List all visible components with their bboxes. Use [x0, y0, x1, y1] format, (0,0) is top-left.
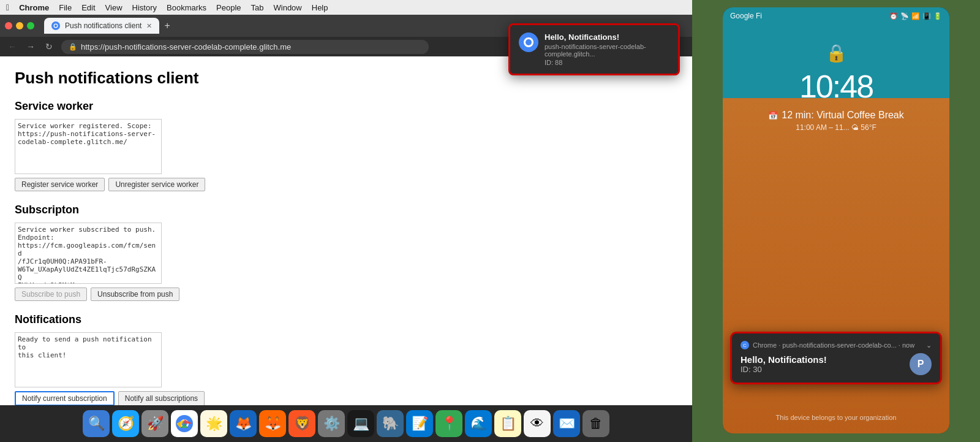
menu-window[interactable]: Window — [274, 3, 302, 12]
menu-bookmarks[interactable]: Bookmarks — [167, 3, 206, 12]
menu-tab[interactable]: Tab — [251, 3, 264, 12]
dock-terminal[interactable]: 💻 — [347, 410, 374, 437]
android-notif-title: Hello, Notifications! — [741, 354, 827, 365]
service-worker-buttons: Register service worker Unregister servi… — [15, 178, 677, 191]
notify-all-button[interactable]: Notify all subscriptions — [118, 391, 205, 405]
lock-icon-android: 🔒 — [826, 43, 847, 63]
dock-trash[interactable]: 🗑 — [582, 410, 609, 437]
maximize-button[interactable] — [27, 22, 34, 29]
dock-edge[interactable]: 🌊 — [465, 410, 492, 437]
close-button[interactable] — [5, 22, 12, 29]
minimize-button[interactable] — [16, 22, 23, 29]
android-org-text: This device belongs to your organization — [776, 414, 897, 421]
android-notif-body: Hello, Notifications! ID: 30 P — [741, 353, 932, 375]
service-worker-log[interactable] — [15, 119, 162, 174]
apple-menu[interactable]:  — [6, 2, 9, 12]
android-event-detail: 11:00 AM – 11... 🌤 56°F — [796, 123, 876, 132]
dock-canary[interactable]: 🌟 — [200, 410, 227, 437]
android-notif-text: Hello, Notifications! ID: 30 — [741, 354, 827, 374]
dock-notes[interactable]: 📋 — [494, 410, 521, 437]
notify-current-button[interactable]: Notify current subscription — [15, 391, 115, 405]
android-event-text: 12 min: Virtual Coffee Break — [782, 110, 904, 121]
subscribe-push-button[interactable]: Subscribe to push — [15, 288, 87, 301]
chrome-notif-content: Hello, Notifications! push-notifications… — [545, 32, 669, 66]
chrome-notif-id: ID: 88 — [545, 59, 669, 66]
url-text: https://push-notifications-server-codela… — [81, 42, 291, 51]
dock-finder[interactable]: 🔍 — [83, 410, 110, 437]
menu-history[interactable]: History — [132, 3, 157, 12]
signal-icon: 📳 — [922, 12, 931, 20]
android-time: 10:48 — [799, 68, 873, 105]
service-worker-section: Service worker Register service worker U… — [15, 100, 677, 191]
android-notif-header: C Chrome · push-notifications-server-cod… — [741, 341, 932, 349]
android-notification[interactable]: C Chrome · push-notifications-server-cod… — [730, 332, 942, 384]
mac-dock: 🔍 🧭 🚀 🌟 🦊 🦊 🦁 ⚙️ 💻 🐘 📝 📍 🌊 📋 👁 ✉️ 🗑 — [0, 405, 692, 442]
back-button[interactable]: ← — [6, 42, 18, 51]
dock-chrome[interactable] — [171, 410, 198, 437]
notifications-title: Notifications — [15, 313, 677, 326]
notifications-log[interactable] — [15, 332, 162, 387]
android-event: 📅 12 min: Virtual Coffee Break — [768, 110, 904, 121]
unsubscribe-push-button[interactable]: Unsubscribe from push — [91, 288, 179, 301]
menu-file[interactable]: File — [59, 3, 72, 12]
menu-chrome[interactable]: Chrome — [19, 3, 49, 12]
tab-bar: Push notifications client ✕ + — [44, 18, 175, 34]
browser-window:  Chrome File Edit View History Bookmark… — [0, 0, 692, 442]
mac-menubar:  Chrome File Edit View History Bookmark… — [0, 0, 692, 15]
traffic-lights — [5, 22, 34, 29]
lock-icon: 🔒 — [69, 43, 77, 51]
subscription-buttons: Subscribe to push Unsubscribe from push — [15, 288, 677, 301]
phone-panel: Google Fi ⏰ 📡 📶 📳 🔋 🔒 10:48 📅 12 min: Vi… — [692, 0, 980, 442]
android-phone: Google Fi ⏰ 📡 📶 📳 🔋 🔒 10:48 📅 12 min: Vi… — [723, 7, 949, 433]
menu-people[interactable]: People — [216, 3, 241, 12]
subscription-log[interactable] — [15, 223, 162, 284]
subscription-section: Subscripton Subscribe to push Unsubscrib… — [15, 204, 677, 301]
battery-icon: 🔋 — [933, 12, 942, 20]
android-notif-id: ID: 30 — [741, 365, 827, 374]
active-tab[interactable]: Push notifications client ✕ — [44, 18, 159, 34]
dock-launchpad[interactable]: 🚀 — [141, 410, 168, 437]
android-status-icons: ⏰ 📡 📶 📳 🔋 — [889, 12, 942, 20]
tab-close-icon[interactable]: ✕ — [146, 22, 152, 30]
chrome-notif-site: push-notifications-server-codelab-comple… — [545, 43, 669, 58]
dock-postgres[interactable]: 🐘 — [377, 410, 404, 437]
reload-button[interactable]: ↻ — [43, 42, 55, 51]
android-lockscreen: 🔒 10:48 📅 12 min: Virtual Coffee Break 1… — [723, 25, 949, 433]
android-chrome-icon: C — [741, 341, 749, 349]
tab-title: Push notifications client — [65, 21, 141, 30]
notifications-section: Notifications Notify current subscriptio… — [15, 313, 677, 405]
page-content: Push notifications client Service worker… — [0, 56, 692, 405]
chrome-notif-title: Hello, Notifications! — [545, 32, 669, 42]
android-event-detail-text: 11:00 AM – 11... 🌤 56°F — [796, 123, 876, 132]
dock-firefox[interactable]: 🦊 — [259, 410, 286, 437]
chrome-favicon — [51, 21, 60, 30]
chrome-notif-favicon — [519, 32, 538, 52]
android-expand-icon[interactable]: ⌄ — [926, 341, 932, 349]
dock-maps[interactable]: 📍 — [435, 410, 462, 437]
chrome-desktop-notification: Hello, Notifications! push-notifications… — [508, 23, 680, 75]
dock-compass[interactable]: 🦊 — [230, 410, 257, 437]
url-bar[interactable]: 🔒 https://push-notifications-server-code… — [61, 40, 429, 54]
dock-mail[interactable]: ✉️ — [553, 410, 580, 437]
wifi-icon: 📶 — [911, 12, 920, 20]
menu-help[interactable]: Help — [312, 3, 328, 12]
dock-safari[interactable]: 🧭 — [112, 410, 139, 437]
dock-preview[interactable]: 👁 — [524, 410, 551, 437]
menu-view[interactable]: View — [105, 3, 123, 12]
forward-button[interactable]: → — [24, 42, 37, 51]
alarm-icon: ⏰ — [889, 12, 898, 20]
android-status-title: Google Fi — [730, 12, 889, 20]
dock-settings[interactable]: ⚙️ — [318, 410, 345, 437]
notifications-buttons: Notify current subscription Notify all s… — [15, 391, 677, 405]
unregister-sw-button[interactable]: Unregister service worker — [108, 178, 205, 191]
android-avatar: P — [910, 353, 932, 375]
register-sw-button[interactable]: Register service worker — [15, 178, 105, 191]
new-tab-button[interactable]: + — [159, 18, 175, 34]
cast-icon: 📡 — [900, 12, 909, 20]
subscription-title: Subscripton — [15, 204, 677, 216]
menu-edit[interactable]: Edit — [81, 3, 95, 12]
android-notif-app: Chrome · push-notifications-server-codel… — [753, 341, 922, 349]
dock-brave[interactable]: 🦁 — [288, 410, 315, 437]
svg-point-2 — [55, 25, 57, 27]
dock-vscode[interactable]: 📝 — [406, 410, 433, 437]
